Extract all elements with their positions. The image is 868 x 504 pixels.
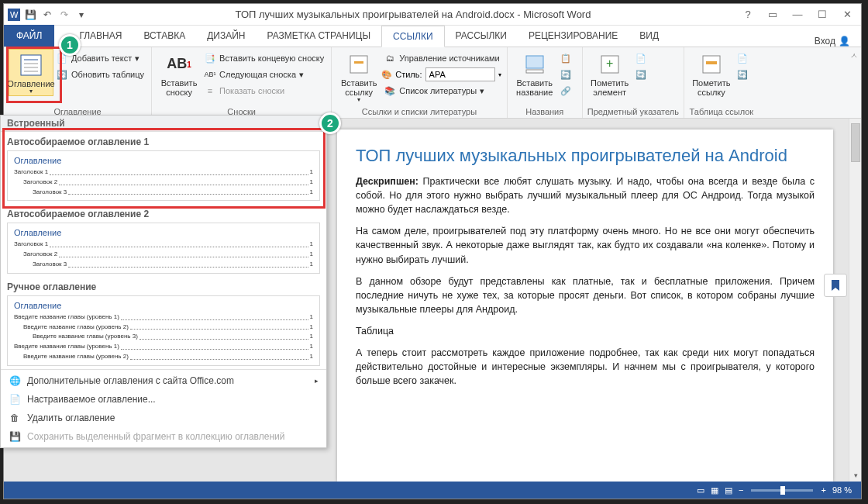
footnote-icon: AB1 <box>167 52 191 77</box>
mark-entry-icon: + <box>598 52 622 77</box>
redo-icon[interactable]: ↷ <box>57 7 72 22</box>
minimize-icon[interactable]: — <box>787 7 808 22</box>
gallery-item-manual[interactable]: Ручное оглавление Оглавление Введите наз… <box>1 277 326 366</box>
style-label: Стиль: <box>395 70 422 79</box>
update-fig-icon: 🔄 <box>560 68 572 81</box>
group-captions: Вставить название 📋 🔄 🔗 Названия <box>508 47 583 118</box>
svg-rect-7 <box>350 56 367 73</box>
gallery-menu: 🌐Дополнительные оглавления с сайта Offic… <box>1 369 326 447</box>
update-index-icon: 🔄 <box>635 68 647 81</box>
save-icon[interactable]: 💾 <box>22 7 38 22</box>
svg-rect-10 <box>526 70 543 73</box>
update-toa-icon: 🔄 <box>736 68 749 81</box>
zoom-handle[interactable] <box>780 486 785 495</box>
scroll-down-icon[interactable]: ▾ <box>849 469 861 482</box>
gallery-item-auto2[interactable]: Автособираемое оглавление 2 Оглавление З… <box>1 204 326 273</box>
page[interactable]: ТОП лучших музыкальных проигрывателей на… <box>337 129 833 482</box>
tab-layout[interactable]: РАЗМЕТКА СТРАНИЦЫ <box>257 25 382 47</box>
style-dropdown-icon[interactable]: ▾ <box>498 71 501 78</box>
tab-design[interactable]: ДИЗАЙН <box>196 25 256 47</box>
svg-text:W: W <box>10 10 19 19</box>
maximize-icon[interactable]: ☐ <box>811 7 833 22</box>
next-footnote-button[interactable]: AB¹Следующая сноска ▾ <box>202 67 326 82</box>
doc-heading: ТОП лучших музыкальных проигрывателей на… <box>356 143 815 168</box>
view-print-icon[interactable]: ▦ <box>711 485 718 495</box>
close-icon[interactable]: ✕ <box>836 7 858 22</box>
insert-footnote-button[interactable]: AB1 Вставить сноску <box>157 49 202 97</box>
group-toa: Пометить ссылку 📄 🔄 Таблица ссылок <box>684 47 759 118</box>
mark-entry-button[interactable]: + Пометить элемент <box>587 49 632 97</box>
manage-sources-button[interactable]: 🗂Управление источниками <box>381 50 501 66</box>
group-label-captions: Названия <box>512 105 577 118</box>
gallery-item-auto1[interactable]: Автособираемое оглавление 1 Оглавление З… <box>1 132 326 201</box>
delete-icon: 🗑 <box>9 412 21 424</box>
caption-extra-2[interactable]: 🔄 <box>557 67 577 82</box>
mark-citation-button[interactable]: Пометить ссылку <box>689 49 734 97</box>
show-notes-button: ≡Показать сноски <box>202 83 326 98</box>
tab-file[interactable]: ФАЙЛ <box>4 25 54 47</box>
insert-endnote-button[interactable]: 📑Вставить концевую сноску <box>202 50 326 66</box>
caption-extra-3[interactable]: 🔗 <box>557 83 577 98</box>
show-notes-icon: ≡ <box>204 85 216 97</box>
insert-citation-button[interactable]: Вставить ссылку▾ <box>336 49 381 104</box>
zoom-out-icon[interactable]: − <box>739 485 743 495</box>
doc-p2: На самом деле, проигрывателей под эту пл… <box>356 224 815 266</box>
endnote-icon: 📑 <box>204 52 216 64</box>
user-icon: 👤 <box>839 36 850 47</box>
index-extra-1[interactable]: 📄 <box>632 50 653 66</box>
tab-view[interactable]: ВИД <box>629 25 670 47</box>
caption-icon <box>522 52 547 77</box>
index-extra-2: 🔄 <box>632 67 653 82</box>
ribbon: Оглавление ▾ 📄Добавить текст ▾ 🔄Обновить… <box>4 47 861 119</box>
doc-p4: Таблица <box>356 324 815 338</box>
collapse-ribbon-icon[interactable]: ㅅ <box>850 50 858 61</box>
vertical-scrollbar[interactable]: ▴ ▾ <box>849 119 861 482</box>
window-controls: ? ▭ — ☐ ✕ <box>737 7 861 22</box>
word-app-icon: W <box>7 8 21 22</box>
sign-in-link[interactable]: Вход 👤 <box>815 36 861 47</box>
scroll-thumb[interactable] <box>851 123 860 162</box>
tab-mailings[interactable]: РАССЫЛКИ <box>445 25 518 47</box>
group-index: + Пометить элемент 📄 🔄 Предметный указат… <box>583 47 684 118</box>
zoom-in-icon[interactable]: + <box>821 485 825 495</box>
help-icon[interactable]: ? <box>737 7 759 22</box>
doc-p3: В данном обзоре будут представлены как п… <box>356 274 815 316</box>
ribbon-options-icon[interactable]: ▭ <box>762 7 784 22</box>
update-table-button[interactable]: 🔄Обновить таблицу <box>53 67 146 82</box>
bibliography-button[interactable]: 📚Список литературы ▾ <box>381 83 501 98</box>
tab-review[interactable]: РЕЦЕНЗИРОВАНИЕ <box>518 25 629 47</box>
bookmark-float-button[interactable] <box>824 274 847 297</box>
custom-toc-button[interactable]: 📄Настраиваемое оглавление... <box>1 390 326 409</box>
style-select[interactable] <box>425 67 495 81</box>
svg-text:+: + <box>606 57 613 70</box>
ribbon-tabs: ФАЙЛ ГЛАВНАЯ ВСТАВКА ДИЗАЙН РАЗМЕТКА СТР… <box>4 26 861 47</box>
group-toc: Оглавление ▾ 📄Добавить текст ▾ 🔄Обновить… <box>4 47 152 118</box>
more-toc-office-button[interactable]: 🌐Дополнительные оглавления с сайта Offic… <box>1 371 326 390</box>
tab-insert[interactable]: ВСТАВКА <box>133 25 196 47</box>
view-web-icon[interactable]: ▤ <box>725 485 732 495</box>
save-icon-small: 💾 <box>9 430 21 443</box>
svg-rect-14 <box>706 61 717 64</box>
xref-icon: 🔗 <box>560 85 572 97</box>
tab-references[interactable]: ССЫЛКИ <box>381 26 444 47</box>
doc-p5: А теперь стоит рассмотреть каждое прилож… <box>356 346 815 388</box>
zoom-value[interactable]: 98 % <box>832 485 852 495</box>
zoom-slider[interactable] <box>751 489 813 492</box>
insert-caption-button[interactable]: Вставить название <box>512 49 557 97</box>
qat-dropdown-icon[interactable]: ▾ <box>74 7 89 22</box>
view-read-icon[interactable]: ▭ <box>697 485 704 495</box>
insert-toa-icon: 📄 <box>736 52 749 64</box>
remove-toc-button[interactable]: 🗑Удалить оглавление <box>1 409 326 427</box>
citation-style-row: 🎨 Стиль: ▾ <box>381 67 501 82</box>
toa-extra-1[interactable]: 📄 <box>734 50 754 66</box>
group-label-index: Предметный указатель <box>587 105 679 118</box>
caption-extra-1[interactable]: 📋 <box>557 50 577 66</box>
undo-icon[interactable]: ↶ <box>40 7 55 22</box>
update-icon: 🔄 <box>56 68 68 81</box>
citation-icon <box>346 52 371 77</box>
toc-gallery-dropdown: Встроенный Автособираемое оглавление 1 О… <box>0 115 327 448</box>
group-label-toa: Таблица ссылок <box>689 105 754 118</box>
toc-button[interactable]: Оглавление ▾ <box>9 49 53 96</box>
insert-index-icon: 📄 <box>635 52 647 64</box>
quick-access-toolbar: W 💾 ↶ ↷ ▾ <box>4 7 89 22</box>
